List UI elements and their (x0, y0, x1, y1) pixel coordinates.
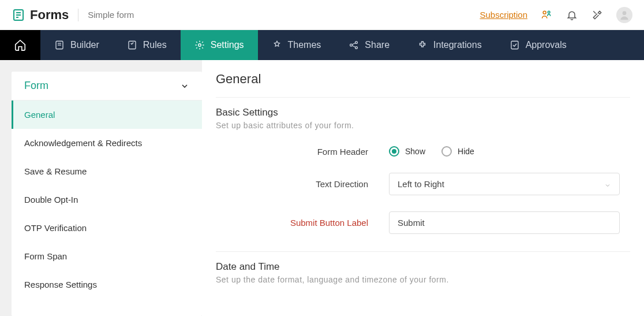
nav-label: Themes (288, 40, 321, 50)
sidebar-item-label: General (24, 110, 55, 120)
nav-label: Share (365, 40, 390, 50)
row-submit-label: Submit Button Label (216, 211, 630, 234)
radio-hide[interactable]: Hide (441, 146, 474, 157)
sidebar-list: General Acknowledgement & Redirects Save… (12, 101, 202, 299)
logo[interactable]: Forms (12, 8, 69, 23)
settings-icon (194, 40, 205, 50)
section-datetime: Date and Time Set up the date format, la… (216, 252, 630, 302)
sidebar-item-label: Acknowledgement & Redirects (24, 138, 142, 148)
nav-home[interactable] (0, 30, 40, 60)
sidebar-item-ack-redirects[interactable]: Acknowledgement & Redirects (12, 129, 202, 157)
sidebar-item-label: Form Span (24, 251, 67, 261)
bell-icon[interactable] (566, 9, 578, 21)
rules-icon (127, 40, 137, 50)
nav-label: Integrations (433, 40, 482, 50)
sidebar-item-double-optin[interactable]: Double Opt-In (12, 185, 202, 214)
section-subtitle: Set up the date format, language and tim… (216, 275, 630, 284)
text-direction-control: Left to Right (389, 173, 620, 195)
submit-button-input[interactable] (389, 211, 620, 234)
avatar[interactable] (616, 7, 632, 23)
section-title: Date and Time (216, 261, 630, 273)
nav-label: Builder (70, 40, 99, 50)
navbar: Builder Rules Settings Themes Share Inte… (0, 30, 644, 60)
sidebar-item-label: OTP Verification (24, 223, 87, 233)
subscription-link[interactable]: Subscription (480, 10, 527, 20)
nav-share[interactable]: Share (335, 30, 403, 60)
sidebar-item-form-span[interactable]: Form Span (12, 242, 202, 270)
refer-icon[interactable] (540, 9, 553, 21)
breadcrumb[interactable]: Simple form (88, 10, 134, 20)
tools-icon[interactable] (591, 9, 604, 21)
content: Form General Acknowledgement & Redirects… (0, 60, 644, 316)
radio-show-label: Show (405, 147, 425, 156)
submit-button-label: Submit Button Label (216, 218, 389, 228)
sidebar-item-label: Response Settings (24, 280, 97, 289)
chevron-down-icon (180, 81, 189, 91)
sidebar-panel: Form General Acknowledgement & Redirects… (12, 72, 202, 316)
sidebar-heading-text: Form (24, 80, 48, 92)
nav-approvals[interactable]: Approvals (496, 30, 581, 60)
svg-line-16 (352, 46, 355, 47)
approvals-icon (510, 40, 520, 50)
share-icon (349, 40, 359, 50)
radio-circle-checked-icon (389, 146, 399, 157)
sidebar-item-general[interactable]: General (12, 101, 202, 129)
nav-themes[interactable]: Themes (258, 30, 335, 60)
nav-label: Settings (211, 40, 244, 50)
nav-settings[interactable]: Settings (181, 30, 258, 60)
submit-button-control (389, 211, 620, 234)
text-direction-label: Text Direction (216, 179, 389, 189)
form-header-radio-group: Show Hide (389, 146, 620, 157)
svg-point-4 (543, 11, 546, 14)
sidebar-item-save-resume[interactable]: Save & Resume (12, 157, 202, 185)
header-right: Subscription (480, 7, 632, 23)
header-left: Forms Simple form (12, 8, 134, 23)
logo-text: Forms (30, 8, 69, 23)
section-title: Basic Settings (216, 107, 630, 118)
svg-point-6 (623, 11, 627, 15)
svg-point-5 (548, 11, 550, 13)
top-header: Forms Simple form Subscription (0, 0, 644, 30)
form-header-label: Form Header (216, 147, 389, 157)
nav-builder[interactable]: Builder (40, 30, 113, 60)
chevron-down-icon (604, 181, 611, 188)
forms-logo-icon (12, 8, 25, 22)
text-direction-select[interactable]: Left to Right (389, 173, 620, 195)
themes-icon (272, 40, 282, 50)
nav-rules[interactable]: Rules (113, 30, 181, 60)
nav-label: Approvals (526, 40, 567, 50)
svg-point-11 (198, 44, 201, 47)
row-text-direction: Text Direction Left to Right (216, 173, 630, 195)
text-direction-value: Left to Right (398, 179, 444, 189)
radio-show[interactable]: Show (389, 146, 425, 157)
sidebar-item-otp[interactable]: OTP Verification (12, 214, 202, 242)
divider (78, 9, 78, 21)
sidebar-heading[interactable]: Form (12, 72, 202, 101)
row-form-header: Form Header Show Hide (216, 146, 630, 157)
integrations-icon (417, 40, 428, 50)
section-subtitle: Set up basic attributes of your form. (216, 121, 630, 130)
svg-line-15 (352, 43, 355, 44)
sidebar-item-label: Save & Resume (24, 166, 87, 176)
page-title: General (216, 72, 630, 98)
svg-rect-10 (129, 41, 136, 49)
section-basic: Basic Settings Set up basic attributes o… (216, 98, 630, 252)
main: General Basic Settings Set up basic attr… (202, 60, 644, 316)
sidebar: Form General Acknowledgement & Redirects… (0, 60, 202, 316)
svg-rect-17 (511, 41, 518, 49)
nav-integrations[interactable]: Integrations (403, 30, 496, 60)
nav-label: Rules (143, 40, 167, 50)
radio-hide-label: Hide (458, 147, 474, 156)
sidebar-item-response-settings[interactable]: Response Settings (12, 270, 202, 299)
builder-icon (54, 40, 65, 50)
sidebar-item-label: Double Opt-In (24, 195, 78, 205)
radio-circle-icon (441, 146, 452, 157)
